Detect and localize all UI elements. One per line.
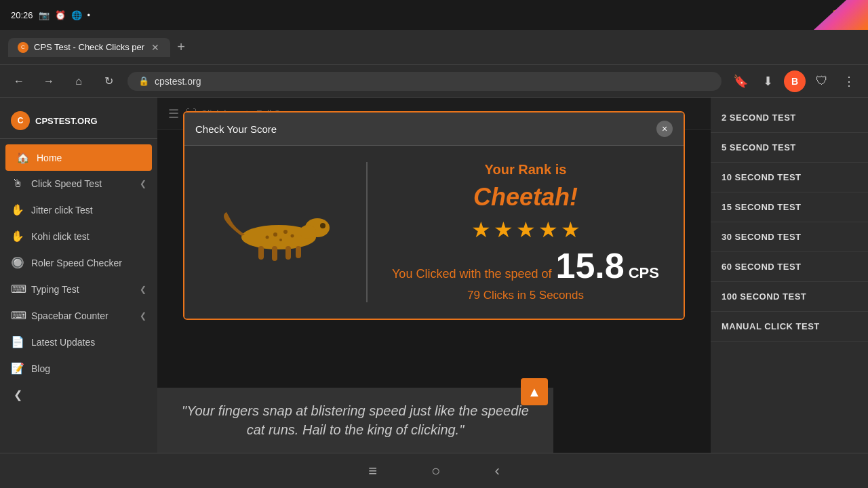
click-speed-arrow: ❮ (140, 179, 146, 188)
sidebar-item-roler-label: Roler Speed Checker (31, 258, 122, 268)
click-speed-icon: 🖱 (11, 178, 24, 190)
modal-close-button[interactable]: × (656, 121, 673, 137)
right-item-30sec[interactable]: 30 SECOND TEST (711, 222, 868, 252)
lock-icon: 🔒 (138, 76, 149, 86)
tab-title: CPS Test - Check Clicks per (34, 42, 144, 52)
address-bar[interactable]: 🔒 cpstest.org (127, 72, 722, 91)
collapse-icon: ❮ (11, 388, 24, 401)
home-icon: 🏠 (16, 151, 30, 164)
sidebar-item-home-label: Home (37, 152, 62, 163)
svg-point-9 (283, 230, 288, 234)
right-item-2sec[interactable]: 2 SECOND TEST (711, 103, 868, 133)
camera-icon: 📷 (39, 10, 50, 20)
forward-button[interactable]: → (38, 70, 60, 92)
svg-rect-3 (258, 246, 264, 260)
new-tab-button[interactable]: + (170, 37, 192, 58)
speed-value: 15.8 (556, 248, 625, 283)
modal-divider (366, 162, 368, 302)
bottom-nav-menu[interactable]: ≡ (368, 462, 377, 480)
bookmark-icon[interactable]: 🔖 (730, 70, 751, 92)
left-sidebar: C CPSTEST.ORG 🏠 Home 🖱 Click Speed Test … (0, 98, 157, 453)
content-bottom: "Your fingers snap at blistering speed j… (157, 388, 553, 453)
sidebar-item-click-speed-label: Click Speed Test (31, 178, 102, 189)
download-icon[interactable]: ⬇ (757, 70, 778, 92)
sidebar-item-roler[interactable]: 🔘 Roler Speed Checker (0, 249, 157, 276)
more-icon[interactable]: ⋮ (838, 70, 860, 92)
dots-icon: • (87, 10, 91, 20)
back-button[interactable]: ← (8, 70, 30, 92)
sidebar-item-blog-label: Blog (31, 363, 50, 374)
right-item-100sec[interactable]: 100 SECOND TEST (711, 282, 868, 312)
home-button[interactable]: ⌂ (68, 70, 90, 92)
browser-tab-bar: C CPS Test - Check Clicks per ✕ + (0, 30, 868, 65)
modal-left (201, 162, 350, 302)
star-3: ★ (516, 217, 536, 243)
sidebar-item-typing[interactable]: ⌨ Typing Test ❮ (0, 276, 157, 302)
brave-icon[interactable]: B (784, 70, 806, 92)
modal-body: Your Rank is Cheetah! ★ ★ ★ ★ ★ You Clic… (184, 146, 684, 319)
sidebar-collapse-button[interactable]: ❮ (0, 382, 157, 408)
logo-text: CPSTEST.ORG (35, 116, 98, 126)
status-time: 20:26 (11, 10, 33, 20)
svg-rect-4 (272, 246, 277, 261)
sidebar-item-jitter[interactable]: ✋ Jitter click Test (0, 197, 157, 223)
active-tab[interactable]: C CPS Test - Check Clicks per ✕ (8, 38, 170, 57)
corner-decoration (814, 0, 868, 30)
tab-favicon: C (18, 42, 28, 53)
shield-icon[interactable]: 🛡 (811, 70, 833, 92)
speed-prefix: You Clicked with the speed of (392, 267, 552, 281)
tab-close-button[interactable]: ✕ (150, 42, 161, 53)
typing-arrow: ❮ (140, 285, 146, 294)
bottom-nav-back[interactable]: ‹ (494, 462, 499, 480)
modal-right: Your Rank is Cheetah! ★ ★ ★ ★ ★ You Clic… (384, 162, 667, 302)
cheetah-image (214, 202, 336, 263)
speed-row: You Clicked with the speed of 15.8 CPS (392, 248, 659, 283)
logo-icon: C (11, 111, 30, 130)
right-item-manual[interactable]: MANUAL CLICK TEST (711, 312, 868, 342)
sidebar-item-updates[interactable]: 📄 Latest Updates (0, 329, 157, 355)
toolbar-right: 🔖 ⬇ B 🛡 ⋮ (730, 70, 860, 92)
svg-point-7 (320, 223, 326, 228)
spacebar-arrow: ❮ (140, 311, 146, 321)
sidebar-item-kohi[interactable]: ✋ Kohi click test (0, 223, 157, 249)
rank-name: Cheetah! (473, 183, 578, 211)
wifi-icon: 🌐 (71, 10, 82, 20)
bottom-nav-home[interactable]: ○ (431, 462, 440, 480)
right-item-5sec[interactable]: 5 SECOND TEST (711, 133, 868, 163)
sidebar-item-blog[interactable]: 📝 Blog (0, 355, 157, 382)
roler-icon: 🔘 (11, 256, 24, 269)
typing-icon: ⌨ (11, 283, 24, 296)
star-1: ★ (471, 217, 491, 243)
clicks-info: 79 Clicks in 5 Seconds (467, 289, 584, 302)
svg-point-11 (291, 234, 294, 237)
kohi-icon: ✋ (11, 230, 24, 243)
alarm-icon: ⏰ (55, 10, 66, 20)
status-left: 20:26 📷 ⏰ 🌐 • (11, 10, 90, 20)
sidebar-item-click-speed[interactable]: 🖱 Click Speed Test ❮ (0, 171, 157, 197)
modal-header: Check Your Score × (184, 113, 684, 146)
svg-point-12 (279, 239, 282, 241)
right-sidebar: 2 SECOND TEST 5 SECOND TEST 10 SECOND TE… (711, 98, 868, 453)
jitter-icon: ✋ (11, 203, 24, 216)
sidebar-item-jitter-label: Jitter click Test (31, 205, 93, 216)
star-5: ★ (561, 217, 580, 243)
bottom-nav: ≡ ○ ‹ (0, 453, 868, 488)
scroll-top-button[interactable]: ▲ (521, 378, 548, 405)
right-item-15sec[interactable]: 15 SECOND TEST (711, 192, 868, 222)
right-item-60sec[interactable]: 60 SECOND TEST (711, 252, 868, 282)
rank-label: Your Rank is (485, 162, 567, 178)
blog-icon: 📝 (11, 362, 24, 375)
sidebar-item-spacebar[interactable]: ⌨ Spacebar Counter ❮ (0, 302, 157, 329)
sidebar-item-home[interactable]: 🏠 Home (5, 144, 152, 171)
right-item-10sec[interactable]: 10 SECOND TEST (711, 163, 868, 192)
reload-button[interactable]: ↻ (98, 70, 119, 92)
status-bar: 20:26 📷 ⏰ 🌐 • 📶 🔋 (0, 0, 868, 30)
star-2: ★ (494, 217, 513, 243)
quote-text: "Your fingers snap at blistering speed j… (174, 401, 537, 439)
address-text: cpstest.org (155, 76, 201, 87)
svg-point-10 (266, 235, 269, 239)
cps-unit: CPS (629, 264, 659, 282)
address-bar-row: ← → ⌂ ↻ 🔒 cpstest.org 🔖 ⬇ B 🛡 ⋮ (0, 65, 868, 98)
stars-container: ★ ★ ★ ★ ★ (471, 217, 580, 243)
modal-title: Check Your Score (195, 123, 277, 135)
